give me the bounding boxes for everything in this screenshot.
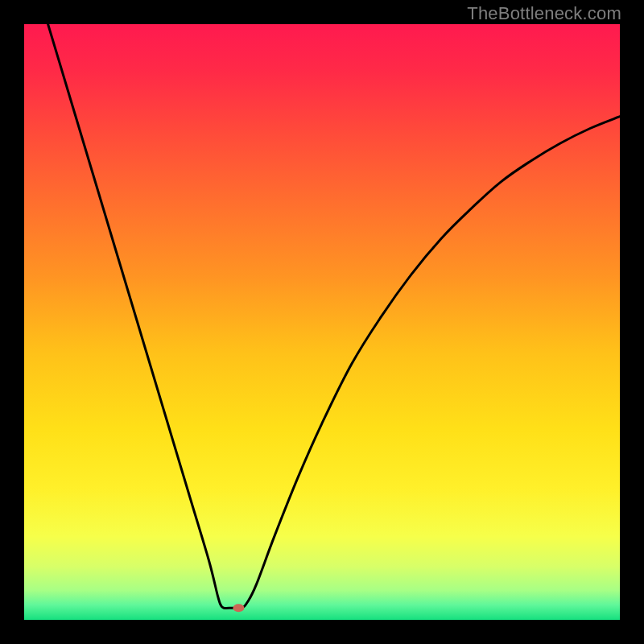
- chart-background: [24, 24, 620, 620]
- bottleneck-chart: [24, 24, 620, 620]
- watermark-text: TheBottleneck.com: [467, 3, 621, 24]
- chart-frame: [24, 24, 620, 620]
- optimal-point-marker: [233, 604, 244, 612]
